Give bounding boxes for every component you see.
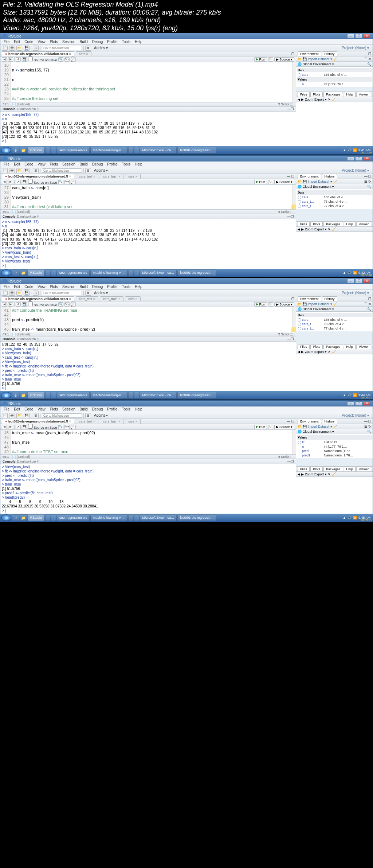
save-icon[interactable]: 💾 (24, 46, 30, 51)
menu-item[interactable]: Debug (90, 407, 105, 412)
quick-launch-explorer[interactable]: 📁 (20, 269, 27, 276)
taskbar-item[interactable] (128, 514, 133, 521)
project-menu[interactable]: Project: (None) ▾ (342, 46, 371, 50)
run-button[interactable]: ▶Run (254, 180, 267, 184)
pane-minimize-icon[interactable]: — (287, 52, 290, 56)
back-icon[interactable]: ◀ (2, 425, 7, 429)
tray-volume-icon[interactable]: 🔊 (348, 148, 352, 152)
editor-tab-script[interactable]: ●lect002-ols-regression-validation-set.R… (2, 51, 74, 56)
import-dataset-button[interactable]: Import Dataset ▾ (308, 57, 332, 61)
plots-tab[interactable]: Packages (323, 92, 343, 97)
source-on-save-checkbox[interactable] (28, 424, 33, 429)
taskbar-item[interactable] (128, 392, 133, 398)
menu-item[interactable]: Profile (105, 407, 119, 412)
plots-tab[interactable]: Packages (323, 222, 343, 226)
new-file-icon[interactable]: 📄 (2, 46, 8, 51)
compile-icon[interactable]: 📋▾ (71, 302, 76, 307)
source-on-save-checkbox[interactable] (28, 57, 33, 61)
wand-icon[interactable]: ✎▾ (64, 425, 70, 429)
maximize-button[interactable]: ❐ (355, 401, 362, 406)
taskbar-item[interactable] (45, 514, 50, 521)
pane-maximize-icon[interactable]: ❐ (368, 52, 371, 56)
menu-item[interactable]: Build (78, 39, 90, 44)
taskbar-item[interactable] (51, 392, 56, 398)
load-icon[interactable]: 📂 (298, 180, 302, 183)
menu-item[interactable]: Build (78, 162, 90, 167)
language-indicator[interactable]: R Script ⬚ (278, 455, 294, 459)
compile-icon[interactable]: 📋▾ (71, 425, 76, 429)
new-file-icon[interactable]: 📄 (2, 168, 8, 173)
scrollbar[interactable] (292, 430, 296, 454)
taskbar-item[interactable] (45, 269, 50, 276)
scope-selector[interactable]: 🌐 Global Environment ▾ (298, 430, 334, 433)
plots-toolbar-button[interactable]: 🧹 (332, 98, 336, 101)
pane-minimize-icon[interactable]: — (364, 297, 368, 301)
pane-maximize-icon[interactable]: ❐ (291, 107, 294, 111)
addins-menu[interactable]: Addins ▾ (93, 168, 109, 172)
taskbar-item[interactable]: RStudio (28, 269, 44, 276)
menu-item[interactable]: Build (78, 284, 90, 289)
plots-tab[interactable]: Packages (323, 344, 343, 349)
taskbar-item[interactable] (134, 392, 139, 398)
start-button[interactable]: ⊞ (1, 392, 11, 398)
quick-launch-explorer[interactable]: 📁 (20, 147, 27, 153)
env-tab[interactable]: Environment (298, 51, 321, 56)
compile-icon[interactable]: 📋▾ (71, 57, 76, 62)
code-editor[interactable]: 27 28 29 30 31 32 33 34 35 36 37 38 39 4… (0, 185, 296, 209)
editor-tab-script[interactable]: ●lect002-ols-regression-validation-set.R… (2, 419, 74, 424)
pane-minimize-icon[interactable]: — (364, 175, 368, 178)
new-project-icon[interactable]: ➕ (9, 413, 15, 418)
plots-tab[interactable]: Plots (310, 344, 323, 349)
menu-item[interactable]: Debug (90, 162, 105, 167)
start-button[interactable]: ⊞ (1, 514, 11, 521)
print-icon[interactable]: 🖨 (33, 413, 39, 418)
menu-item[interactable]: Plots (48, 407, 60, 412)
grid-icon[interactable]: ▦ (85, 413, 91, 418)
arrow-icon[interactable]: ⎘ (37, 215, 39, 218)
load-icon[interactable]: 📂 (298, 425, 302, 428)
new-project-icon[interactable]: ➕ (9, 46, 15, 51)
taskbar-item[interactable] (51, 147, 56, 153)
import-dataset-button[interactable]: Import Dataset ▾ (308, 302, 332, 306)
menu-item[interactable]: Help (133, 284, 144, 289)
show-in-new-window-icon[interactable]: ⬈ (16, 425, 21, 429)
menu-item[interactable]: Session (60, 284, 77, 289)
menu-item[interactable]: Edit (12, 407, 22, 412)
menu-item[interactable]: Debug (90, 284, 105, 289)
arrow-icon[interactable]: ⎘ (37, 460, 39, 463)
menu-item[interactable]: View (36, 39, 47, 44)
pane-maximize-icon[interactable]: ❐ (291, 175, 294, 178)
taskbar-item[interactable]: RStudio (28, 147, 44, 153)
taskbar-item[interactable]: sect-regression-ols (57, 147, 90, 153)
editor-tab-script[interactable]: ●lect002-ols-regression-validation-set.R… (2, 174, 74, 179)
env-tab[interactable]: Environment (298, 296, 321, 301)
pane-maximize-icon[interactable]: ❐ (291, 215, 294, 218)
refresh-icon[interactable]: ↻ (368, 57, 371, 61)
taskbar-item[interactable] (134, 514, 139, 521)
show-in-new-window-icon[interactable]: ⬈ (16, 57, 21, 62)
source-button[interactable]: ▶Source ▾ (274, 302, 294, 307)
env-row[interactable]: ◯cars_t…78 obs. of 4 v… (298, 322, 371, 326)
taskbar-item[interactable]: Microsoft Excel - ca… (140, 514, 177, 521)
taskbar-item[interactable]: lect001-ols-regressio… (177, 147, 216, 153)
editor-tab[interactable]: cars_train × (100, 174, 123, 179)
editor-tab-script[interactable]: ●lect002-ols-regression-validation-set.R… (2, 296, 74, 301)
scope-selector[interactable]: 🌐 Global Environment ▾ (298, 307, 334, 311)
save-icon[interactable]: 💾 (303, 302, 307, 306)
forward-icon[interactable]: ▶ (8, 302, 13, 307)
search-icon[interactable]: 🔍 (367, 62, 371, 66)
env-row[interactable]: ◯cars_t…77 obs. of 4 v… (298, 326, 371, 331)
plots-toolbar-button[interactable]: ✕ (328, 98, 331, 101)
back-icon[interactable]: ◀ (2, 302, 7, 307)
clear-icon[interactable]: 🧹 (333, 302, 337, 306)
plots-tab[interactable]: Plots (310, 222, 323, 226)
minimize-button[interactable]: — (347, 34, 354, 38)
taskbar-item[interactable] (45, 392, 50, 398)
quick-launch-ie[interactable]: e (12, 269, 19, 276)
env-row[interactable]: ◯cars155 obs. of 4 … (298, 73, 371, 77)
console-output[interactable]: > n <- sample(155, 77) > n [1] 76 125 70… (0, 112, 296, 147)
maximize-button[interactable]: ❐ (355, 279, 362, 283)
menu-item[interactable]: Edit (12, 162, 22, 167)
plots-toolbar-button[interactable]: Zoom (305, 98, 313, 101)
editor-tab[interactable]: cars_test × (76, 174, 98, 179)
